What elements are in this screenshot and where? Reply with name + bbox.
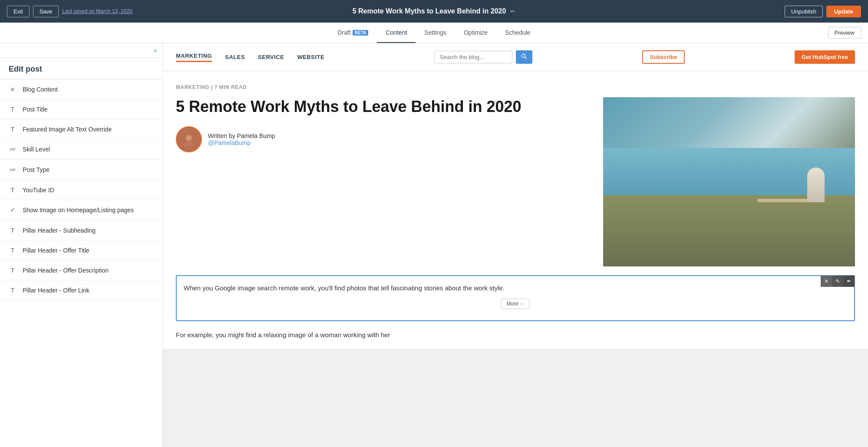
tab-schedule[interactable]: Schedule (496, 23, 539, 43)
tab-content[interactable]: Content (377, 23, 416, 43)
text-box-container: ✕ ✎ ✒ When you Google image search remot… (163, 266, 868, 349)
text-box-content: When you Google image search remote work… (184, 283, 847, 293)
sidebar-item-pillar-offer-desc[interactable]: T Pillar Header - Offer Description (0, 260, 162, 280)
post-meta: MARKETING | 7 MIN READ (176, 84, 855, 90)
get-hubspot-button[interactable]: Get HubSpot free (795, 50, 855, 64)
sidebar-item-skill-level[interactable]: ≔ Skill Level (0, 139, 162, 160)
blog-nav-marketing[interactable]: MARKETING (176, 53, 212, 62)
search-button[interactable] (516, 50, 532, 64)
pillar-subheading-icon: T (9, 227, 17, 234)
post-title-icon: T (9, 105, 17, 113)
pillar-offer-desc-icon: T (9, 266, 17, 274)
tab-draft[interactable]: DraftBETA (329, 23, 377, 43)
sidebar-collapse-area: « (0, 43, 162, 58)
blog-header: MARKETING SALES SERVICE WEBSITE Subscrib… (163, 43, 868, 71)
content-area: MARKETING SALES SERVICE WEBSITE Subscrib… (163, 43, 868, 447)
nav-tabs: DraftBETA Content Settings Optimize Sche… (329, 23, 539, 43)
youtube-id-icon: T (9, 186, 17, 194)
top-bar: Exit Save Last saved on March 13, 2020 5… (0, 0, 868, 23)
author-block: Written by Pamela Bump @PamelaBump (176, 126, 590, 152)
blog-nav-service[interactable]: SERVICE (258, 54, 284, 60)
text-box-toolbar: ✕ ✎ ✒ (821, 276, 855, 287)
pillar-offer-link-icon: T (9, 286, 17, 294)
author-handle[interactable]: @PamelaBump (208, 139, 275, 146)
update-button[interactable]: Update (826, 6, 861, 17)
sidebar-item-featured-image-alt[interactable]: T Featured Image Alt Text Override (0, 119, 162, 139)
edit-pencil-icon[interactable]: ✏ (510, 8, 515, 15)
sidebar-item-pillar-offer-title[interactable]: T Pillar Header - Offer Title (0, 240, 162, 260)
author-info: Written by Pamela Bump @PamelaBump (208, 132, 275, 146)
sidebar-item-show-image[interactable]: ✓ Show Image on Homepage/Listing pages (0, 200, 162, 220)
exit-button[interactable]: Exit (7, 6, 30, 17)
blog-nav-website[interactable]: WEBSITE (297, 54, 324, 60)
tab-settings[interactable]: Settings (416, 23, 455, 43)
sidebar-items: ≡ Blog Content T Post Title T Featured I… (0, 79, 162, 447)
top-bar-left: Exit Save Last saved on March 13, 2020 (7, 6, 132, 17)
blog-search-input[interactable] (434, 51, 512, 63)
text-box-close-button[interactable]: ✕ (821, 276, 832, 287)
text-box-editable[interactable]: ✕ ✎ ✒ When you Google image search remot… (176, 275, 855, 321)
text-box-settings-button[interactable]: ✒ (843, 276, 855, 287)
scene-desk (758, 199, 810, 202)
unpublish-button[interactable]: Unpublish (785, 6, 823, 17)
collapse-icon[interactable]: « (154, 47, 157, 54)
top-bar-right: Unpublish Update (785, 6, 861, 17)
avatar-placeholder-icon (182, 133, 195, 146)
blog-nav: MARKETING SALES SERVICE WEBSITE (176, 53, 324, 62)
subscribe-button[interactable]: Subscribe (642, 50, 685, 64)
show-image-icon: ✓ (9, 206, 17, 214)
post-area: MARKETING | 7 MIN READ 5 Remote Work Myt… (163, 71, 868, 266)
page-title: 5 Remote Work Myths to Leave Behind in 2… (353, 7, 506, 15)
last-saved-text: Last saved on March 13, 2020 (62, 8, 132, 14)
svg-point-3 (184, 141, 194, 146)
svg-point-0 (521, 54, 525, 58)
sidebar-title: Edit post (0, 58, 162, 79)
featured-image-alt-icon: T (9, 125, 17, 133)
more-button[interactable]: More ··· (501, 299, 530, 309)
text-box-paragraph: For example, you might find a relaxing i… (176, 330, 855, 340)
sidebar-item-pillar-offer-link[interactable]: T Pillar Header - Offer Link (0, 280, 162, 300)
svg-line-1 (525, 57, 526, 59)
text-box-edit-button[interactable]: ✎ (832, 276, 843, 287)
search-icon (521, 53, 527, 59)
top-bar-center: 5 Remote Work Myths to Leave Behind in 2… (353, 7, 516, 15)
post-grid: 5 Remote Work Myths to Leave Behind in 2… (176, 97, 855, 266)
main-layout: « Edit post ≡ Blog Content T Post Title … (0, 43, 868, 447)
svg-point-2 (186, 135, 192, 141)
sidebar-item-post-type[interactable]: ≔ Post Type (0, 160, 162, 180)
blog-search-container (434, 50, 532, 64)
author-avatar-inner (177, 128, 201, 151)
pillar-offer-title-icon: T (9, 247, 17, 254)
scene-person (807, 168, 825, 202)
post-left-col: 5 Remote Work Myths to Leave Behind in 2… (176, 97, 590, 152)
featured-image (603, 97, 855, 266)
post-title-heading: 5 Remote Work Myths to Leave Behind in 2… (176, 97, 590, 116)
featured-image-container (603, 97, 855, 266)
sidebar-item-blog-content[interactable]: ≡ Blog Content (0, 79, 162, 99)
sidebar-item-youtube-id[interactable]: T YouTube ID (0, 180, 162, 200)
post-type-icon: ≔ (9, 166, 17, 174)
sidebar: « Edit post ≡ Blog Content T Post Title … (0, 43, 163, 447)
sidebar-item-pillar-subheading[interactable]: T Pillar Header - Subheading (0, 220, 162, 240)
save-button[interactable]: Save (33, 6, 59, 17)
scene-rocks (603, 195, 855, 266)
tab-optimize[interactable]: Optimize (455, 23, 496, 43)
preview-button[interactable]: Preview (828, 27, 861, 39)
nav-tabs-bar: DraftBETA Content Settings Optimize Sche… (0, 23, 868, 43)
sidebar-item-post-title[interactable]: T Post Title (0, 99, 162, 119)
blog-content-icon: ≡ (9, 85, 17, 93)
author-avatar (176, 126, 202, 152)
skill-level-icon: ≔ (9, 145, 17, 153)
author-name: Written by Pamela Bump (208, 132, 275, 139)
blog-nav-sales[interactable]: SALES (225, 54, 245, 60)
